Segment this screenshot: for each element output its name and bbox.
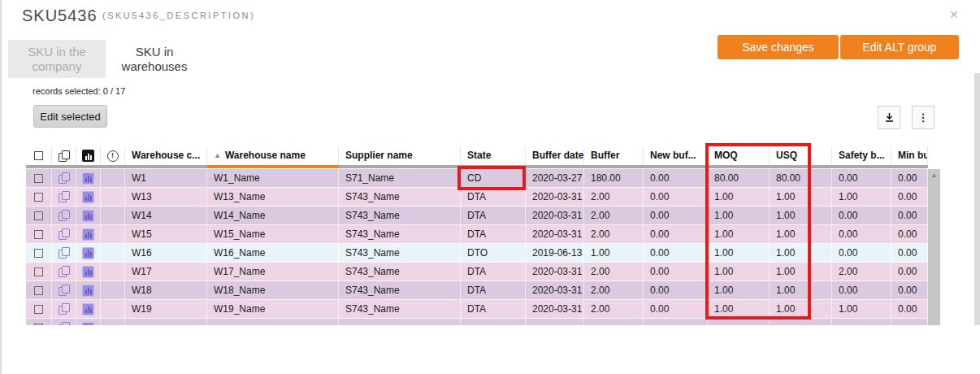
copy-icon[interactable] <box>59 322 70 325</box>
chart-icon[interactable] <box>82 191 94 203</box>
row-checkbox[interactable] <box>34 249 43 258</box>
table-cell <box>891 319 928 325</box>
chart-icon[interactable] <box>82 285 94 297</box>
copy-icon[interactable] <box>59 228 70 240</box>
table-row[interactable]: W1W1_NameS71_NameCD2020-03-27180.000.008… <box>26 169 928 188</box>
chart-icon[interactable] <box>82 150 94 162</box>
table-cell: 0.00 <box>891 188 928 206</box>
chart-icon[interactable] <box>82 210 94 222</box>
col-warehouse-name[interactable]: ▲Warehouse name <box>207 146 339 165</box>
tab-bar: SKU in the company SKU in warehouses <box>8 40 203 78</box>
table-cell: 0.00 <box>644 169 708 187</box>
chart-icon[interactable] <box>82 247 94 259</box>
select-all-checkbox[interactable] <box>34 151 43 160</box>
copy-icon[interactable] <box>59 247 70 259</box>
copy-icon[interactable] <box>59 285 70 296</box>
table-cell: DTO <box>461 244 526 262</box>
kebab-menu-icon: ⋮ <box>918 111 929 124</box>
save-changes-button[interactable]: Save changes <box>718 35 839 59</box>
table-cell: 1.00 <box>708 207 770 224</box>
table-cell: W1 <box>125 169 207 187</box>
table-cell: S743_Name <box>339 225 461 243</box>
col-usq[interactable]: USQ <box>770 146 832 165</box>
edit-selected-button[interactable]: Edit selected <box>33 105 107 128</box>
chart-icon[interactable] <box>82 228 94 241</box>
chart-icon[interactable] <box>82 322 94 326</box>
row-checkbox[interactable] <box>34 324 43 326</box>
table-cell: 0.00 <box>891 207 928 224</box>
table-cell: 1.00 <box>770 281 832 299</box>
tab-sku-in-warehouses[interactable]: SKU in warehouses <box>106 40 203 78</box>
col-min-buffer[interactable]: Min buf <box>891 146 928 165</box>
tab-sku-in-company[interactable]: SKU in the company <box>8 40 106 78</box>
col-safety-buffer[interactable]: Safety b... <box>832 146 891 165</box>
page-scrollbar[interactable] <box>974 73 980 325</box>
table-cell: W1_Name <box>207 169 339 187</box>
table-cell: 1.00 <box>770 244 832 262</box>
sorted-column-underline <box>207 165 339 168</box>
col-moq[interactable]: MOQ <box>708 146 770 165</box>
copy-icon[interactable] <box>59 150 70 162</box>
row-checkbox[interactable] <box>34 230 43 239</box>
table-row[interactable]: W15W15_NameS743_NameDTA2020-03-312.000.0… <box>26 225 928 244</box>
table-cell: 1.00 <box>708 188 770 206</box>
table-cell: 2020-03-31 <box>526 300 584 318</box>
copy-icon[interactable] <box>59 210 70 221</box>
table-cell: 1.00 <box>832 188 891 206</box>
copy-icon[interactable] <box>59 191 70 202</box>
table-scrollbar[interactable]: ▲ <box>928 169 940 325</box>
export-download-button[interactable] <box>878 106 900 129</box>
col-new-buffer[interactable]: New buf... <box>644 146 708 165</box>
col-buffer[interactable]: Buffer <box>584 146 644 165</box>
table-cell: 0.00 <box>891 263 928 280</box>
table-cell: W17_Name <box>207 263 339 280</box>
col-supplier-name[interactable]: Supplier name <box>339 146 461 165</box>
copy-icon[interactable] <box>59 172 70 184</box>
table-cell: W14 <box>125 207 207 224</box>
table-cell: DTA <box>461 207 526 224</box>
table-cell <box>644 319 708 325</box>
history-cell <box>101 188 125 206</box>
table-row[interactable]: W19W19_NameS743_NameDTA2020-03-312.000.0… <box>26 300 928 319</box>
table-row[interactable]: W16W16_NameS743_NameDTO2019-06-131.000.0… <box>26 244 928 263</box>
table-row[interactable]: W17W17_NameS743_NameDTA2020-03-312.000.0… <box>26 263 928 281</box>
table-cell: 1.00 <box>770 263 832 280</box>
table-cell: S743_Name <box>339 244 461 262</box>
row-checkbox[interactable] <box>34 174 43 183</box>
chart-icon[interactable] <box>82 303 94 315</box>
table-row[interactable]: W14W14_NameS743_NameDTA2020-03-312.000.0… <box>26 207 928 225</box>
chart-icon[interactable] <box>82 172 94 185</box>
table-cell <box>708 319 770 325</box>
copy-icon[interactable] <box>59 303 70 315</box>
table-cell <box>770 319 832 325</box>
col-buffer-date[interactable]: Buffer date <box>526 146 584 165</box>
chart-icon[interactable] <box>82 266 94 278</box>
row-checkbox[interactable] <box>34 211 43 220</box>
table-cell: S71_Name <box>339 169 461 187</box>
col-state[interactable]: State <box>461 146 526 165</box>
close-icon[interactable]: ✕ <box>949 8 959 21</box>
copy-icon[interactable] <box>59 266 70 277</box>
scroll-up-icon[interactable]: ▲ <box>928 169 940 182</box>
row-checkbox[interactable] <box>34 286 43 295</box>
row-checkbox[interactable] <box>34 305 43 314</box>
table-cell: 0.00 <box>832 169 891 187</box>
table-cell: 0.00 <box>891 300 928 318</box>
table-row[interactable] <box>26 319 928 325</box>
page-title: SKU5436 <box>22 7 98 25</box>
edit-alt-group-button[interactable]: Edit ALT group <box>840 35 959 59</box>
col-warehouse-code[interactable]: Warehouse c... <box>125 146 207 165</box>
table-cell: 0.00 <box>644 207 708 224</box>
row-checkbox[interactable] <box>34 193 43 202</box>
table-cell: 1.00 <box>708 300 770 318</box>
alert-circle-icon[interactable]: ! <box>107 150 119 162</box>
table-row[interactable]: W18W18_NameS743_NameDTA2020-03-312.000.0… <box>26 281 928 300</box>
history-cell <box>101 281 125 299</box>
table-cell: 0.00 <box>644 225 708 243</box>
table-cell: 1.00 <box>708 263 770 280</box>
table-cell: 1.00 <box>708 281 770 299</box>
more-options-button[interactable]: ⋮ <box>912 106 934 129</box>
table-row[interactable]: W13W13_NameS743_NameDTA2020-03-312.000.0… <box>26 188 928 207</box>
row-checkbox[interactable] <box>34 267 43 276</box>
table-cell: 0.00 <box>644 281 708 299</box>
